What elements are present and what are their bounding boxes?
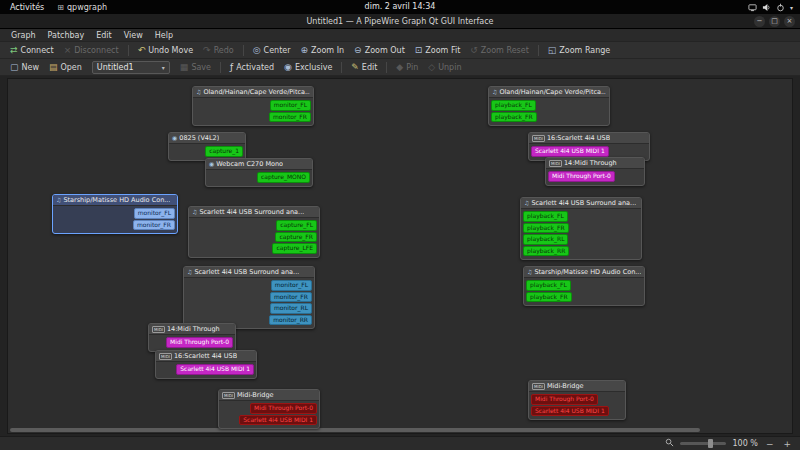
activities-button[interactable]: Activités xyxy=(7,3,47,12)
redo-label: Redo xyxy=(214,46,234,55)
node-header: MIDI14:Midi Through xyxy=(149,324,235,335)
zoom-reset-icon: ↺ xyxy=(470,46,478,55)
port-green[interactable]: monitor_FL xyxy=(270,100,311,111)
system-status-area[interactable]: ▾ xyxy=(748,3,793,12)
node-title: Oland/Hainan/Cape Verde/Pitca... xyxy=(499,88,606,96)
disconnect-button[interactable]: ×Disconnect xyxy=(59,45,124,56)
port-magenta[interactable]: Scarlett 4i4 USB MIDI 1 xyxy=(531,146,609,157)
chevron-down-icon: ▾ xyxy=(790,4,793,11)
zoom-increase-button[interactable]: + xyxy=(781,439,793,449)
maximize-button[interactable]: □ xyxy=(769,16,780,27)
port-green[interactable]: monitor_FR xyxy=(269,112,311,123)
new-button[interactable]: ▢New xyxy=(5,62,44,73)
node-title: 0825 (V4L2) xyxy=(179,134,219,142)
port-cyan[interactable]: monitor_RL xyxy=(270,303,312,314)
zoom-out-button[interactable]: ⊖Zoom Out xyxy=(349,45,410,56)
chevron-down-icon: ▾ xyxy=(162,64,165,71)
undo-move-icon: ↶ xyxy=(138,46,146,55)
port-red[interactable]: Midi Through Port-0 xyxy=(250,403,317,414)
port-green[interactable]: playback_FR xyxy=(523,223,569,234)
port-green[interactable]: capture_1 xyxy=(205,146,243,157)
port-green[interactable]: capture_MONO xyxy=(257,172,310,183)
port-red[interactable]: Midi Through Port-0 xyxy=(531,394,598,405)
node-header: ◉Webcam C270 Mono xyxy=(206,159,312,170)
graph-node[interactable]: MIDI14:Midi ThroughMidi Through Port-0 xyxy=(545,157,645,186)
menu-patchbay[interactable]: Patchbay xyxy=(42,30,91,41)
port-magenta[interactable]: Midi Through Port-0 xyxy=(548,171,615,182)
zoom-fit-button[interactable]: ⊡Zoom Fit xyxy=(410,45,466,56)
graph-node[interactable]: MIDI16:Scarlett 4i4 USBScarlett 4i4 USB … xyxy=(155,350,257,379)
toolbar-separator xyxy=(128,45,129,56)
center-button[interactable]: ◎Center xyxy=(248,45,296,56)
zoom-slider[interactable] xyxy=(680,442,726,445)
menu-help[interactable]: Help xyxy=(149,30,179,41)
save-button[interactable]: ▦Save xyxy=(175,62,216,73)
exclusive-button[interactable]: ◉Exclusive xyxy=(279,62,337,73)
activated-button[interactable]: ƒActivated xyxy=(225,62,279,73)
port-blue[interactable]: monitor_FL xyxy=(134,208,175,219)
graph-node[interactable]: MIDIMidi-BridgeMidi Through Port-0Scarle… xyxy=(218,389,320,429)
zoom-in-button[interactable]: ⊕Zoom In xyxy=(296,45,350,56)
close-button[interactable]: × xyxy=(784,16,795,27)
port-blue[interactable]: monitor_FR xyxy=(133,220,175,231)
port-green[interactable]: capture_FR xyxy=(275,232,317,243)
graph-node[interactable]: ♫Scarlett 4i4 USB Surround ana...monitor… xyxy=(183,266,315,329)
focused-app-name: qpwgraph xyxy=(67,3,107,12)
graph-node[interactable]: ♫Scarlett 4i4 USB Surround ana...capture… xyxy=(188,206,320,258)
patchbay-combo[interactable]: Untitled1▾ xyxy=(92,61,170,74)
edit-button[interactable]: ✎Edit xyxy=(346,62,382,73)
graph-node[interactable]: ◉Webcam C270 Monocapture_MONO xyxy=(205,158,313,187)
pin-button[interactable]: ◆Pin xyxy=(391,62,423,73)
port-cyan[interactable]: monitor_RR xyxy=(269,315,312,326)
focused-app-button[interactable]: ⊞ qpwgraph xyxy=(57,3,107,12)
menu-edit[interactable]: Edit xyxy=(90,30,118,41)
port-magenta[interactable]: Midi Through Port-0 xyxy=(166,337,233,348)
port-green[interactable]: playback_FR xyxy=(491,112,537,123)
zoom-slider-thumb[interactable] xyxy=(708,439,713,448)
port-green[interactable]: playback_RL xyxy=(523,234,568,245)
port-green[interactable]: capture_LFE xyxy=(272,243,317,254)
graph-node[interactable]: ♫Scarlett 4i4 USB Surround ana...playbac… xyxy=(520,197,642,260)
port-green[interactable]: playback_FL xyxy=(523,211,568,222)
undo-move-button[interactable]: ↶Undo Move xyxy=(133,45,198,56)
graph-node[interactable]: ◉0825 (V4L2)capture_1 xyxy=(168,132,246,161)
connect-button[interactable]: ⇄Connect xyxy=(5,45,59,56)
zoom-range-button[interactable]: ◱Zoom Range xyxy=(543,45,615,56)
statusbar: 100 % − + xyxy=(0,436,800,450)
port-green[interactable]: playback_RR xyxy=(523,246,569,257)
port-green[interactable]: playback_FR xyxy=(526,292,572,303)
port-red[interactable]: Scarlett 4i4 USB MIDI 1 xyxy=(531,406,609,417)
minimize-button[interactable]: − xyxy=(754,16,765,27)
clock[interactable]: dim. 2 avril 14:34 xyxy=(365,0,436,14)
zoom-reset-button[interactable]: ↺Zoom Reset xyxy=(465,45,534,56)
menu-graph[interactable]: Graph xyxy=(5,30,42,41)
zoom-decrease-button[interactable]: − xyxy=(764,439,776,449)
window-controls: − □ × xyxy=(754,16,795,27)
horizontal-scrollbar[interactable] xyxy=(10,428,700,432)
port-cyan[interactable]: monitor_FR xyxy=(270,292,312,303)
redo-button[interactable]: ↷Redo xyxy=(198,45,239,56)
graph-node[interactable]: ♫Oland/Hainan/Cape Verde/Pitca...playbac… xyxy=(488,86,610,126)
window-titlebar[interactable]: Untitled1 — A PipeWire Graph Qt GUI Inte… xyxy=(0,14,800,29)
graph-canvas[interactable]: ♫Oland/Hainan/Cape Verde/Pitca...monitor… xyxy=(7,78,793,434)
node-header: ♫Scarlett 4i4 USB Surround ana... xyxy=(521,198,641,209)
midi-icon: MIDI xyxy=(152,326,165,333)
graph-node[interactable]: ♫Starship/Matisse HD Audio Con...monitor… xyxy=(52,194,178,234)
graph-node[interactable]: MIDI14:Midi ThroughMidi Through Port-0 xyxy=(148,323,236,352)
save-icon: ▦ xyxy=(180,63,189,72)
zoom-fit-label: Zoom Fit xyxy=(425,46,460,55)
port-green[interactable]: playback_FL xyxy=(526,280,571,291)
menu-view[interactable]: View xyxy=(118,30,149,41)
graph-node[interactable]: ♫Oland/Hainan/Cape Verde/Pitca...monitor… xyxy=(192,86,314,126)
zoom-out-icon: ⊖ xyxy=(354,46,362,55)
port-magenta[interactable]: Scarlett 4i4 USB MIDI 1 xyxy=(176,364,254,375)
graph-node[interactable]: ♫Starship/Matisse HD Audio Con...playbac… xyxy=(523,266,645,306)
graph-node[interactable]: MIDIMidi-BridgeMidi Through Port-0Scarle… xyxy=(528,380,626,420)
port-green[interactable]: playback_FL xyxy=(491,100,536,111)
unpin-button[interactable]: ◇Unpin xyxy=(423,62,466,73)
port-red[interactable]: Scarlett 4i4 USB MIDI 1 xyxy=(239,415,317,426)
port-green[interactable]: capture_FL xyxy=(276,220,317,231)
node-header: ♫Scarlett 4i4 USB Surround ana... xyxy=(189,207,319,218)
port-cyan[interactable]: monitor_FL xyxy=(271,280,312,291)
open-button[interactable]: ▤Open xyxy=(44,62,87,73)
